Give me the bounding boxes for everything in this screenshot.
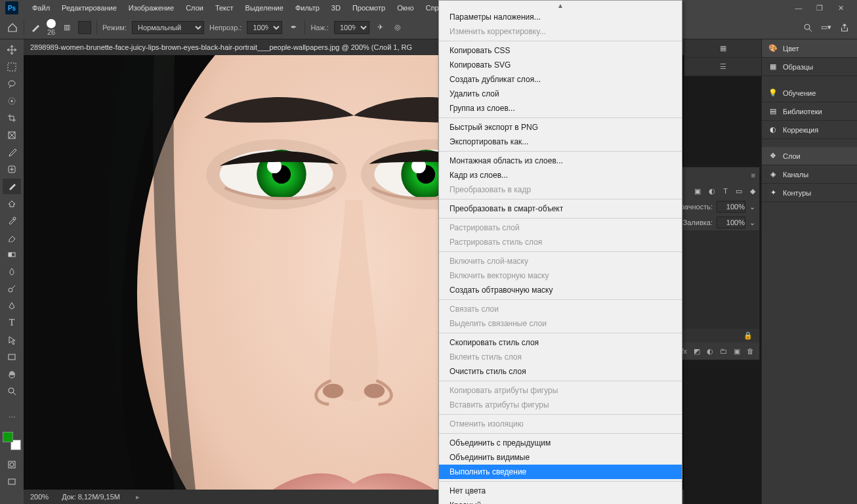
libraries-panel-tab[interactable]: ▤ Библиотеки <box>762 102 857 121</box>
quick-mask-icon[interactable] <box>3 457 21 472</box>
opacity-input[interactable] <box>717 201 745 213</box>
share-icon[interactable] <box>839 22 850 33</box>
filter-smart-icon[interactable]: ◆ <box>750 187 755 196</box>
screen-mode-icon[interactable] <box>3 474 21 490</box>
properties-icon[interactable]: ☰ <box>684 58 761 76</box>
maximize-icon[interactable]: ❐ <box>815 4 824 12</box>
marquee-tool[interactable] <box>3 59 21 75</box>
gradient-tool[interactable] <box>3 247 21 262</box>
color-swatches[interactable] <box>3 432 21 450</box>
learn-panel-tab[interactable]: 💡 Обучение <box>762 84 857 102</box>
context-menu-item[interactable]: Кадр из слоев... <box>439 168 682 182</box>
blend-mode-select[interactable]: Нормальный <box>132 21 204 34</box>
menu-edit[interactable]: Редактирование <box>56 0 123 16</box>
menu-view[interactable]: Просмотр <box>346 0 391 16</box>
history-brush-tool[interactable] <box>3 213 21 228</box>
brush-tool-icon[interactable] <box>30 22 41 33</box>
menu-layers[interactable]: Слои <box>180 0 209 16</box>
filter-shape-icon[interactable]: ▭ <box>736 187 742 196</box>
chevron-right-icon[interactable]: ▸ <box>136 493 140 501</box>
context-menu-item[interactable]: Копировать SVG <box>439 58 682 72</box>
pen-tool[interactable] <box>3 298 21 314</box>
menu-filter[interactable]: Фильтр <box>289 0 325 16</box>
edit-toolbar-icon[interactable]: ⋯ <box>3 410 21 425</box>
menu-image[interactable]: Изображение <box>123 0 180 16</box>
menu-text[interactable]: Текст <box>209 0 240 16</box>
context-menu-item[interactable]: Группа из слоев... <box>439 101 682 116</box>
mask-icon[interactable]: ◩ <box>694 347 700 356</box>
lasso-tool[interactable] <box>3 76 21 92</box>
dodge-tool[interactable] <box>3 281 21 297</box>
path-select-tool[interactable] <box>3 332 21 348</box>
flow-select[interactable]: 100% <box>334 21 369 34</box>
history-icon[interactable]: ▦ <box>684 39 761 58</box>
brush-size-preview[interactable]: 26 <box>47 19 56 36</box>
context-menu-item[interactable]: Нет цвета <box>439 484 682 498</box>
filter-type-icon[interactable]: T <box>723 187 728 195</box>
context-menu-item[interactable]: Создать обтравочную маску <box>439 283 682 297</box>
brush-tool[interactable] <box>3 178 21 194</box>
menu-icon[interactable]: ≡ <box>751 171 755 179</box>
search-icon[interactable] <box>802 22 814 33</box>
minimize-icon[interactable]: — <box>794 4 803 12</box>
context-menu-item[interactable]: Быстрый экспорт в PNG <box>439 120 682 135</box>
frame-tool[interactable] <box>3 127 21 143</box>
paths-panel-tab[interactable]: ✦ Контуры <box>762 184 857 202</box>
zoom-tool[interactable] <box>3 383 21 399</box>
swatches-panel-tab[interactable]: ▦ Образцы <box>762 58 857 76</box>
trash-icon[interactable]: 🗑 <box>747 347 754 355</box>
home-icon[interactable] <box>7 22 18 33</box>
channels-panel-tab[interactable]: ◈ Каналы <box>762 165 857 184</box>
hand-tool[interactable] <box>3 366 21 382</box>
workspace-icon[interactable]: ▭▾ <box>820 22 832 33</box>
chevron-down-icon[interactable]: ⌄ <box>749 219 755 227</box>
rectangle-tool[interactable] <box>3 349 21 365</box>
quick-select-tool[interactable] <box>3 93 21 109</box>
adjustments-panel-tab[interactable]: ◐ Коррекция <box>762 121 857 139</box>
context-menu-item[interactable]: Выполнить сведение <box>439 465 682 479</box>
lock-icon[interactable]: 🔒 <box>743 331 753 340</box>
group-icon[interactable]: 🗀 <box>720 347 727 355</box>
zoom-level[interactable]: 200% <box>30 493 49 501</box>
context-menu-item[interactable]: Создать дубликат слоя... <box>439 72 682 87</box>
context-menu-item[interactable]: Экспортировать как... <box>439 135 682 149</box>
context-menu-item[interactable]: Удалить слой <box>439 87 682 101</box>
menu-select[interactable]: Выделение <box>240 0 289 16</box>
chevron-down-icon[interactable]: ⌄ <box>749 203 755 211</box>
layers-panel-tab[interactable]: ❖ Слои <box>762 147 857 165</box>
fill-input[interactable] <box>717 217 745 228</box>
blur-tool[interactable] <box>3 264 21 280</box>
eyedropper-tool[interactable] <box>3 144 21 160</box>
opacity-select[interactable]: 100% <box>247 21 282 34</box>
filter-adjust-icon[interactable]: ◐ <box>709 187 715 196</box>
airbrush-icon[interactable]: ✈ <box>375 22 387 33</box>
healing-tool[interactable] <box>3 161 21 177</box>
context-menu-item[interactable]: Очистить стиль слоя <box>439 364 682 379</box>
crop-tool[interactable] <box>3 110 21 126</box>
context-menu-item[interactable]: Преобразовать в смарт-объект <box>439 201 682 216</box>
type-tool[interactable]: T <box>3 315 21 331</box>
context-menu-item[interactable]: Копировать CSS <box>439 43 682 58</box>
menu-file[interactable]: Файл <box>26 0 56 16</box>
eraser-tool[interactable] <box>3 230 21 245</box>
move-tool[interactable] <box>3 42 21 58</box>
close-icon[interactable]: ✕ <box>836 4 845 12</box>
context-menu-item[interactable]: Красный <box>439 498 682 504</box>
smoothing-icon[interactable]: ◎ <box>392 22 404 33</box>
context-menu-item[interactable]: Монтажная область из слоев... <box>439 154 682 168</box>
menu-window[interactable]: Окно <box>391 0 420 16</box>
menu-3d[interactable]: 3D <box>325 0 346 16</box>
pressure-opacity-icon[interactable]: ✒ <box>287 22 299 33</box>
context-menu-item[interactable]: Объединить с предыдущим <box>439 436 682 450</box>
color-panel-tab[interactable]: 🎨 Цвет <box>762 39 857 58</box>
new-layer-icon[interactable]: ▣ <box>734 347 740 356</box>
adjustment-icon[interactable]: ◐ <box>707 347 713 356</box>
scroll-up-icon[interactable]: ▲ <box>439 2 682 10</box>
brush-panel-icon[interactable]: ▥ <box>61 22 73 33</box>
filter-pixel-icon[interactable]: ▣ <box>694 187 701 196</box>
context-menu-item[interactable]: Параметры наложения... <box>439 10 682 24</box>
foreground-color[interactable] <box>3 432 13 442</box>
brush-settings-icon[interactable] <box>78 21 91 34</box>
context-menu-item[interactable]: Объединить видимые <box>439 450 682 465</box>
clone-stamp-tool[interactable] <box>3 196 21 211</box>
